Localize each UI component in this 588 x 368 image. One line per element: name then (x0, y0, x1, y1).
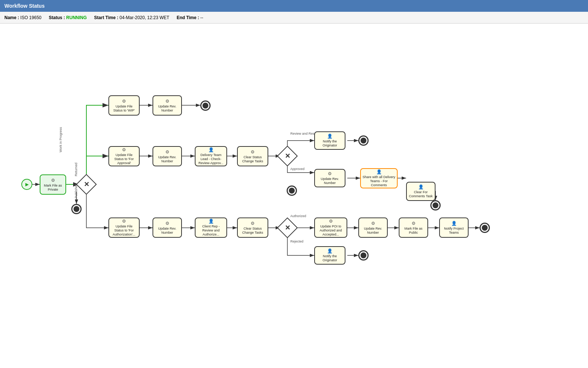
end-event-notify1 (358, 135, 369, 146)
node-update-rev-5-label: Update Rev. Number (361, 227, 386, 235)
end-event-inner-top (202, 103, 208, 109)
node-update-file-wip-label: Update File Status to 'WIP' (111, 105, 137, 113)
end-event-inner-teams (482, 225, 488, 231)
label-rejected: Rejected (290, 240, 304, 243)
end-event-inner-notify2 (361, 252, 366, 258)
end-event-top (200, 100, 211, 111)
person-icon-6: 👤 (451, 221, 457, 226)
end-event-inner-middle (289, 188, 295, 194)
status-label: Status : RUNNING (49, 15, 87, 20)
conn-gateway2-notify1 (287, 141, 314, 149)
end-event-middle (287, 185, 297, 196)
end-event-comments (430, 200, 441, 210)
node-update-rev-top-label: Update Rev. Number (155, 105, 180, 113)
gateway-middle-icon: ✕ (285, 152, 290, 160)
node-update-rev-3[interactable]: ⚙ Update Rev. Number (314, 169, 345, 187)
node-notify-originator-2-label: Notify the Originator (316, 254, 343, 262)
status-bar: Name : ISO 19650 Status : RUNNING Start … (0, 12, 588, 24)
person-icon-5: 👤 (208, 219, 214, 224)
gateway-main-icon: ✕ (84, 180, 89, 188)
node-update-rev-middle[interactable]: ⚙ Update Rev. Number (153, 146, 182, 166)
end-event-inner-1 (74, 206, 79, 212)
gear-icon-8: ⚙ (122, 219, 126, 224)
node-update-rev-5[interactable]: ⚙ Update Rev. Number (358, 217, 388, 238)
node-notify-project-teams[interactable]: 👤 Notify Project Teams (439, 217, 469, 238)
person-icon-4: 👤 (418, 184, 424, 190)
label-wip: Work in Progress (59, 127, 62, 152)
end-event-project-teams (480, 223, 490, 233)
gateway-middle: ✕ (277, 146, 298, 167)
gear-icon-7: ⚙ (328, 171, 332, 176)
person-icon-3: 👤 (376, 169, 382, 174)
node-update-file-approval-label: Update File Status to 'For Approval' (111, 153, 137, 165)
label-approved: Approved (290, 167, 305, 171)
conn-gateway2-updaterev3 (287, 163, 314, 173)
gear-icon-2: ⚙ (122, 99, 126, 104)
node-update-file-auth[interactable]: ⚙ Update File Status to 'For Authorizati… (108, 217, 140, 238)
gear-icon-9: ⚙ (165, 221, 169, 226)
node-client-rep[interactable]: 👤 Client Rep - Review and Authorize... (195, 217, 227, 238)
gear-icon-3: ⚙ (165, 99, 169, 104)
end-event-notify2 (358, 250, 369, 261)
gear-icon-4: ⚙ (122, 147, 126, 152)
conn-gateway-wip (86, 105, 108, 177)
node-update-poi-label: Update POI to Authorized and Accepted... (316, 224, 345, 236)
node-delivery-team-lead[interactable]: 👤 Delivery Team Lead - Check- Review-App… (195, 146, 227, 166)
node-share-delivery-teams-label: Share with all Delivery Teams - For Comm… (362, 175, 395, 187)
gear-icon-13: ⚙ (412, 221, 416, 226)
node-notify-originator-1[interactable]: 👤 Notify the Originator (314, 131, 345, 150)
name-label: Name : ISO 19650 (4, 15, 42, 20)
gear-icon-6: ⚙ (251, 149, 255, 155)
gear-icon-12: ⚙ (371, 221, 375, 226)
play-icon: ▶ (25, 182, 29, 187)
conn-gateway-auth (86, 192, 108, 228)
node-mark-file-private[interactable]: ⚙ Mark File as Private (40, 174, 66, 195)
node-notify-originator-2[interactable]: 👤 Notify the Originator (314, 246, 345, 265)
end-event-inner-comments (433, 202, 438, 208)
gateway-bottom: ✕ (277, 217, 298, 238)
node-clear-status-2-label: Clear Status Change Tasks (239, 227, 266, 235)
node-clear-status-2[interactable]: ⚙ Clear Status Change Tasks (237, 217, 268, 238)
start-event: ▶ (21, 179, 32, 190)
workflow-canvas: Review and Resubmit Approved Authorized … (0, 24, 588, 368)
conn-gateway3-notify2 (287, 235, 314, 255)
node-delivery-team-label: Delivery Team Lead - Check- Review-Appro… (197, 153, 225, 165)
person-icon-1: 👤 (208, 147, 214, 152)
node-update-file-wip[interactable]: ⚙ Update File Status to 'WIP' (108, 95, 140, 116)
gear-icon-1: ⚙ (51, 178, 55, 183)
node-update-rev-middle-label: Update Rev. Number (155, 155, 180, 163)
gateway-main: ✕ (76, 174, 97, 195)
gateway-bottom-icon: ✕ (285, 224, 290, 232)
node-client-rep-label: Client Rep - Review and Authorize... (197, 224, 225, 236)
gear-icon-10: ⚙ (251, 221, 255, 226)
person-icon-7: 👤 (327, 248, 333, 254)
node-clear-comments-task[interactable]: 👤 Clear For Comments Task (406, 182, 435, 201)
connection-layer: Review and Resubmit Approved Authorized … (0, 24, 588, 368)
gear-icon-11: ⚙ (329, 219, 333, 224)
node-update-rev-4[interactable]: ⚙ Update Rev. Number (153, 217, 182, 238)
node-clear-status-1[interactable]: ⚙ Clear Status Change Tasks (237, 146, 268, 166)
person-icon-2: 👤 (327, 134, 333, 139)
node-update-file-approval[interactable]: ⚙ Update File Status to 'For Approval' (108, 146, 140, 166)
end-time-label: End Time : -- (177, 15, 203, 20)
node-update-file-auth-label: Update File Status to 'For Authorization… (111, 224, 137, 236)
node-update-rev-3-label: Update Rev. Number (316, 177, 343, 185)
label-authorized: Authorized (290, 214, 306, 218)
node-clear-status-1-label: Clear Status Change Tasks (239, 155, 266, 163)
node-update-rev-top[interactable]: ⚙ Update Rev. Number (153, 95, 182, 116)
node-notify-originator-1-label: Notify the Originator (316, 139, 343, 148)
node-clear-comments-label: Clear For Comments Task (408, 190, 433, 198)
title-text: Workflow Status (4, 3, 44, 9)
node-update-rev-4-label: Update Rev. Number (155, 227, 180, 235)
node-mark-file-private-label: Mark File as Private (42, 184, 64, 192)
gear-icon-5: ⚙ (165, 149, 169, 155)
end-event-inner-notify1 (361, 138, 366, 144)
node-mark-file-public-label: Mark File as Public (401, 227, 426, 235)
node-notify-project-teams-label: Notify Project Teams (441, 227, 466, 235)
end-event-gateway-bottom (71, 204, 82, 214)
node-update-poi[interactable]: ⚙ Update POI to Authorized and Accepted.… (314, 217, 347, 238)
label-returned: Returned (74, 163, 78, 176)
node-mark-file-public[interactable]: ⚙ Mark File as Public (399, 217, 428, 238)
node-share-delivery-teams[interactable]: 👤 Share with all Delivery Teams - For Co… (360, 168, 398, 188)
title-bar: Workflow Status (0, 0, 588, 12)
